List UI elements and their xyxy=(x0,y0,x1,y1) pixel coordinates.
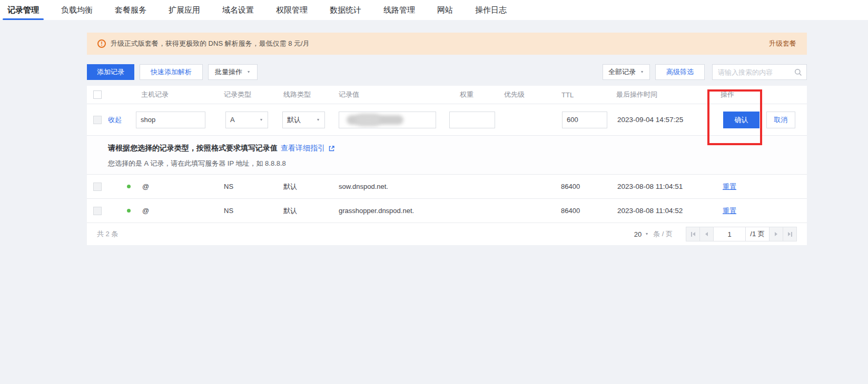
first-page-button[interactable] xyxy=(686,227,700,241)
page-size-value: 20 xyxy=(634,230,642,238)
tab-line-management[interactable]: 线路管理 xyxy=(379,0,420,20)
external-link-icon[interactable] xyxy=(328,145,335,152)
chevron-down-icon: ▼ xyxy=(645,232,649,236)
header-value: 记录值 xyxy=(336,90,447,99)
add-record-button[interactable]: 添加记录 xyxy=(87,64,134,80)
advanced-filter-button[interactable]: 高级筛选 xyxy=(655,64,705,80)
confirm-button[interactable]: 确认 xyxy=(723,112,760,128)
line-cell: 默认 xyxy=(281,182,336,191)
masked-value-blur xyxy=(356,114,380,126)
row-checkbox[interactable] xyxy=(93,207,102,215)
batch-operation-dropdown[interactable]: 批量操作 ▼ xyxy=(208,64,258,80)
top-nav: 记录管理 负载均衡 套餐服务 扩展应用 域名设置 权限管理 数据统计 线路管理 … xyxy=(0,0,868,20)
toolbar: 添加记录 快速添加解析 批量操作 ▼ 全部记录 ▼ 高级筛选 xyxy=(87,64,807,80)
record-value-input[interactable] xyxy=(339,112,436,128)
help-description: 您选择的是 A 记录，请在此填写服务器 IP 地址，如 8.8.8.8 xyxy=(108,159,807,168)
search-box xyxy=(712,64,807,80)
main-content: ! 升级正式版套餐，获得更极致的 DNS 解析服务，最低仅需 8 元/月 升级套… xyxy=(87,33,807,245)
prev-page-icon xyxy=(705,232,708,236)
status-dot-icon xyxy=(127,209,131,213)
last-operation-time: 2023-09-04 14:57:25 xyxy=(614,116,706,124)
table-footer: 共 2 条 20 ▼ 条 / 页 /1 页 xyxy=(87,223,807,245)
reset-link[interactable]: 重置 xyxy=(723,182,736,191)
tab-permissions[interactable]: 权限管理 xyxy=(271,0,312,20)
quick-add-button[interactable]: 快速添加解析 xyxy=(140,64,203,80)
select-all-checkbox[interactable] xyxy=(93,90,102,99)
header-weight: 权重 xyxy=(447,90,501,99)
table-row: @ NS 默认 grasshopper.dnspod.net. 86400 20… xyxy=(87,199,807,223)
chevron-down-icon: ▼ xyxy=(316,118,320,122)
header-priority: 优先级 xyxy=(501,90,556,99)
search-input[interactable] xyxy=(718,68,794,76)
header-line: 线路类型 xyxy=(281,90,336,99)
value-cell: grasshopper.dnspod.net. xyxy=(336,207,447,215)
cancel-button[interactable]: 取消 xyxy=(766,112,795,128)
header-host: 主机记录 xyxy=(135,90,221,99)
tab-plan-service[interactable]: 套餐服务 xyxy=(110,0,151,20)
header-ttl: TTL xyxy=(556,91,614,99)
chevron-down-icon: ▼ xyxy=(246,70,250,74)
ttl-cell: 86400 xyxy=(556,207,614,215)
header-action: 操作 xyxy=(706,90,807,99)
type-cell: NS xyxy=(221,183,281,190)
batch-operation-label: 批量操作 xyxy=(215,67,242,77)
warning-icon: ! xyxy=(97,39,106,48)
last-page-icon xyxy=(788,232,791,236)
next-page-icon xyxy=(775,232,777,236)
table-header-row: 主机记录 记录类型 线路类型 记录值 权重 优先级 TTL 最后操作时间 操作 xyxy=(87,86,807,104)
page-size-unit: 条 / 页 xyxy=(653,229,673,239)
tab-statistics[interactable]: 数据统计 xyxy=(325,0,366,20)
reset-link[interactable]: 重置 xyxy=(723,206,736,216)
upgrade-banner: ! 升级正式版套餐，获得更极致的 DNS 解析服务，最低仅需 8 元/月 升级套… xyxy=(87,33,807,55)
collapse-link[interactable]: 收起 xyxy=(108,115,122,125)
upgrade-plan-link[interactable]: 升级套餐 xyxy=(769,39,796,48)
ttl-input[interactable] xyxy=(562,112,607,128)
help-title-text: 请根据您选择的记录类型，按照格式要求填写记录值 xyxy=(108,144,278,153)
record-filter-dropdown[interactable]: 全部记录 ▼ xyxy=(603,64,650,80)
total-pages-label: /1 页 xyxy=(745,227,770,241)
last-page-button[interactable] xyxy=(783,227,797,241)
search-icon[interactable] xyxy=(794,68,802,76)
host-cell: @ xyxy=(135,207,221,215)
record-filter-label: 全部记录 xyxy=(608,67,636,77)
header-time: 最后操作时间 xyxy=(614,90,706,99)
line-type-value: 默认 xyxy=(287,115,301,125)
next-page-button[interactable] xyxy=(769,227,783,241)
upgrade-banner-text: 升级正式版套餐，获得更极致的 DNS 解析服务，最低仅需 8 元/月 xyxy=(111,39,769,48)
records-table: 主机记录 记录类型 线路类型 记录值 权重 优先级 TTL 最后操作时间 操作 … xyxy=(87,86,807,245)
line-type-select[interactable]: 默认 ▼ xyxy=(282,112,325,128)
table-row: @ NS 默认 sow.dnspod.net. 86400 2023-08-08… xyxy=(87,175,807,199)
first-page-icon xyxy=(693,232,695,236)
time-cell: 2023-08-08 11:04:52 xyxy=(614,207,706,215)
row-checkbox[interactable] xyxy=(93,183,102,191)
time-cell: 2023-08-08 11:04:51 xyxy=(614,183,706,190)
page-size-dropdown[interactable]: 20 ▼ xyxy=(634,230,649,238)
tab-operation-log[interactable]: 操作日志 xyxy=(470,0,511,20)
host-record-input[interactable] xyxy=(136,112,205,128)
header-type: 记录类型 xyxy=(221,90,281,99)
host-cell: @ xyxy=(135,183,221,190)
record-type-value: A xyxy=(230,116,235,124)
record-value-help: 请根据您选择的记录类型，按照格式要求填写记录值 查看详细指引 您选择的是 A 记… xyxy=(87,136,807,175)
tab-extensions[interactable]: 扩展应用 xyxy=(164,0,205,20)
value-cell: sow.dnspod.net. xyxy=(336,183,447,190)
tab-domain-settings[interactable]: 域名设置 xyxy=(218,0,259,20)
prev-page-button[interactable] xyxy=(699,227,714,241)
weight-input[interactable] xyxy=(449,112,495,128)
status-dot-icon xyxy=(127,185,131,188)
ttl-cell: 86400 xyxy=(556,183,614,190)
type-cell: NS xyxy=(221,207,281,215)
edit-record-row: 收起 A ▼ 默认 ▼ xyxy=(87,104,807,136)
line-cell: 默认 xyxy=(281,206,336,216)
total-count-label: 共 2 条 xyxy=(97,229,118,239)
tab-load-balancing[interactable]: 负载均衡 xyxy=(56,0,97,20)
row-checkbox[interactable] xyxy=(93,116,102,124)
record-type-select[interactable]: A ▼ xyxy=(225,112,268,128)
current-page-input[interactable] xyxy=(713,227,746,241)
tab-record-management[interactable]: 记录管理 xyxy=(3,0,44,20)
tab-website[interactable]: 网站 xyxy=(432,0,458,20)
detail-guide-link[interactable]: 查看详细指引 xyxy=(281,144,325,153)
chevron-down-icon: ▼ xyxy=(259,118,263,122)
chevron-down-icon: ▼ xyxy=(640,70,644,74)
